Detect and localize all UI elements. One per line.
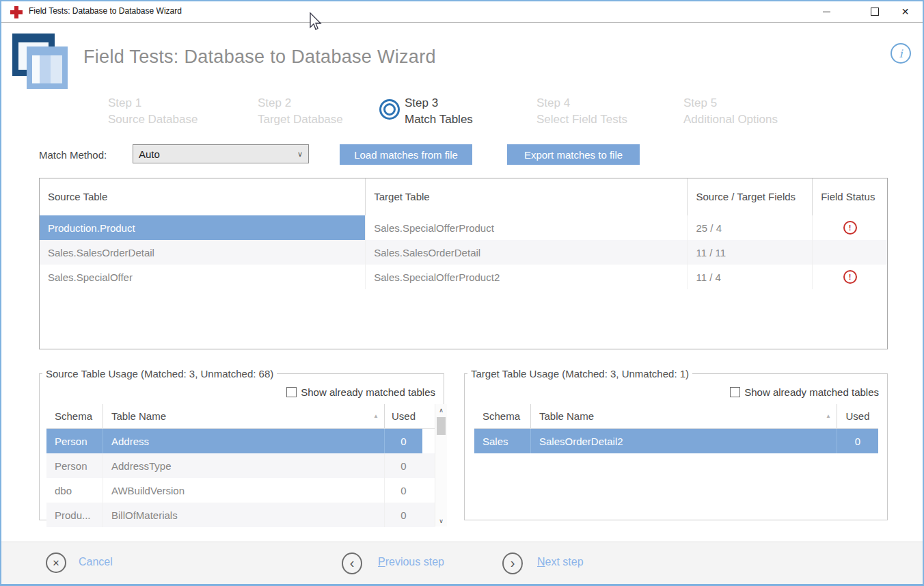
scrollbar-thumb[interactable] xyxy=(437,417,446,435)
list-item[interactable]: Sales SalesOrderDetail2 0 xyxy=(474,429,878,453)
target-usage-table: Schema Table Name ▲ Used Sales SalesOrde… xyxy=(474,404,878,453)
sort-ascending-icon: ▲ xyxy=(826,413,831,419)
maximize-icon xyxy=(871,8,879,16)
load-matches-button[interactable]: Load matches from file xyxy=(340,144,472,165)
previous-step-button[interactable]: ‹ xyxy=(342,552,362,574)
list-item[interactable]: Produ... BillOfMaterials 0 xyxy=(46,503,435,527)
source-usage-legend: Source Table Usage (Matched: 3, Unmatche… xyxy=(42,368,277,379)
target-table-cell: Sales.SpecialOfferProduct2 xyxy=(366,265,688,289)
cancel-button[interactable]: ✕ xyxy=(46,552,66,573)
column-header-table-name[interactable]: Table Name ▲ xyxy=(103,404,385,428)
source-table-cell: Sales.SalesOrderDetail xyxy=(40,240,366,265)
scroll-down-icon[interactable]: ∨ xyxy=(435,515,447,527)
source-usage-table: Schema Table Name ▲ Used Person Address … xyxy=(46,404,435,527)
column-header-source-table[interactable]: Source Table xyxy=(40,178,366,215)
title-bar: Field Tests: Database to Database Wizard… xyxy=(1,1,923,23)
close-button[interactable]: ✕ xyxy=(890,1,921,22)
show-matched-label: Show already matched tables xyxy=(744,386,879,398)
app-window: Field Tests: Database to Database Wizard… xyxy=(0,0,924,586)
close-icon: ✕ xyxy=(901,7,910,16)
previous-step-link[interactable]: Previous step xyxy=(378,556,444,568)
fields-cell: 25 / 4 xyxy=(688,215,813,240)
match-tables-grid: Source Table Target Table Source / Targe… xyxy=(39,178,888,349)
source-table-cell: Sales.SpecialOffer xyxy=(40,265,366,289)
target-table-cell: Sales.SpecialOfferProduct xyxy=(366,215,688,240)
app-logo xyxy=(12,32,68,90)
next-step-button[interactable]: › xyxy=(502,552,523,574)
match-grid-header: Source Table Target Table Source / Targe… xyxy=(40,178,887,215)
target-show-matched-row: Show already matched tables xyxy=(730,386,879,398)
match-method-label: Match Method: xyxy=(39,149,107,161)
match-method-select[interactable]: Auto ∨ xyxy=(133,144,309,163)
cancel-link[interactable]: Cancel xyxy=(79,556,113,568)
step-5: Step 5Additional Options xyxy=(683,95,778,128)
cancel-icon: ✕ xyxy=(53,558,60,568)
maximize-button[interactable] xyxy=(859,1,890,22)
column-header-source-target-fields[interactable]: Source / Target Fields xyxy=(688,178,813,215)
source-table-cell: Production.Product xyxy=(40,215,366,240)
footer-bar: ✕ Cancel ‹ Previous step › Next step xyxy=(1,542,923,586)
error-icon: ! xyxy=(843,221,857,235)
column-header-schema[interactable]: Schema xyxy=(474,404,531,428)
app-icon xyxy=(10,6,23,18)
table-row[interactable]: Sales.SpecialOffer Sales.SpecialOfferPro… xyxy=(40,265,887,289)
list-item[interactable]: Person AddressType 0 xyxy=(46,453,435,478)
fields-cell: 11 / 4 xyxy=(688,265,813,289)
error-icon: ! xyxy=(843,270,857,284)
match-method-value: Auto xyxy=(133,148,297,160)
source-usage-groupbox: Source Table Usage (Matched: 3, Unmatche… xyxy=(39,368,444,520)
next-step-link[interactable]: Next step xyxy=(537,556,584,568)
minimize-icon xyxy=(823,12,830,12)
step-4: Step 4Select Field Tests xyxy=(536,95,627,128)
info-icon: i xyxy=(899,47,902,60)
page-title: Field Tests: Database to Database Wizard xyxy=(83,46,436,68)
target-usage-groupbox: Target Table Usage (Matched: 3, Unmatche… xyxy=(464,368,888,520)
table-row[interactable]: Sales.SalesOrderDetail Sales.SalesOrderD… xyxy=(40,240,887,265)
info-button[interactable]: i xyxy=(891,43,911,64)
target-table-cell: Sales.SalesOrderDetail xyxy=(366,240,688,265)
column-header-field-status[interactable]: Field Status xyxy=(813,178,887,215)
step-3: Step 3Match Tables xyxy=(405,95,473,128)
column-header-schema[interactable]: Schema xyxy=(46,404,103,428)
table-row[interactable]: Production.Product Sales.SpecialOfferPro… xyxy=(40,215,887,240)
column-header-used[interactable]: Used xyxy=(837,404,878,428)
chevron-right-icon: › xyxy=(511,555,515,571)
show-matched-checkbox[interactable] xyxy=(286,387,297,397)
sort-ascending-icon: ▲ xyxy=(373,413,379,419)
step-2: Step 2Target Database xyxy=(258,95,343,128)
scroll-up-icon[interactable]: ∧ xyxy=(435,404,447,416)
list-item[interactable]: dbo AWBuildVersion 0 xyxy=(46,478,435,503)
vertical-scrollbar[interactable]: ∧ ∨ xyxy=(435,404,447,527)
show-matched-checkbox[interactable] xyxy=(730,387,740,397)
step-1: Step 1Source Database xyxy=(108,95,198,128)
target-usage-legend: Target Table Usage (Matched: 3, Unmatche… xyxy=(467,368,692,379)
chevron-down-icon: ∨ xyxy=(297,150,308,159)
window-title: Field Tests: Database to Database Wizard xyxy=(29,6,182,16)
column-header-target-table[interactable]: Target Table xyxy=(366,178,688,215)
active-step-icon xyxy=(379,99,400,120)
source-usage-header: Schema Table Name ▲ Used xyxy=(46,404,435,429)
fields-cell: 11 / 11 xyxy=(688,240,813,265)
export-matches-button[interactable]: Export matches to file xyxy=(507,144,640,165)
source-show-matched-row: Show already matched tables xyxy=(286,386,435,398)
target-usage-header: Schema Table Name ▲ Used xyxy=(474,404,878,429)
show-matched-label: Show already matched tables xyxy=(301,386,435,398)
minimize-button[interactable] xyxy=(811,1,842,22)
column-header-used[interactable]: Used xyxy=(385,404,422,428)
chevron-left-icon: ‹ xyxy=(350,555,355,571)
list-item[interactable]: Person Address 0 xyxy=(46,429,435,453)
column-header-table-name[interactable]: Table Name ▲ xyxy=(531,404,837,428)
